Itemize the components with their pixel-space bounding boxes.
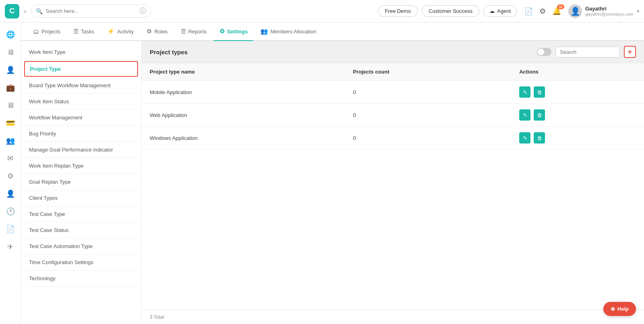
tab-label-activity: Activity [117, 29, 134, 35]
tab-members[interactable]: 👥Members Allocation [255, 23, 322, 41]
col-count: Projects count [345, 63, 511, 81]
panel-title: Project types [150, 49, 188, 55]
panel-footer: 3 Total [142, 310, 644, 324]
sidebar-icon-clock[interactable]: 🕐 [2, 203, 19, 219]
delete-button[interactable]: 🗑 [534, 109, 545, 121]
sidebar-item-board-type[interactable]: Board Type Workflow Management [21, 78, 141, 94]
cell-count: 0 [345, 127, 511, 150]
tab-projects[interactable]: 🗂Projects [27, 23, 66, 41]
table-header-row: Project type name Projects count Actions [142, 63, 644, 81]
tab-label-settings: Settings [227, 29, 248, 35]
sidebar-item-work-item-replan[interactable]: Work Item Replan Type [21, 158, 141, 174]
panel-search-input[interactable] [555, 47, 620, 57]
content-area: Work Item TypeProject TypeBoard Type Wor… [21, 41, 644, 324]
sidebar-icon-mail[interactable]: ✉ [2, 150, 19, 166]
agent-cloud-icon: ☁ [489, 8, 495, 14]
main-layout: 🌐🖥👤💼🖥💳👥✉⚙👤🕐📄✈ 🗂Projects☰Tasks⚡Activity⚙R… [0, 23, 644, 324]
avatar: 👤 [568, 4, 582, 18]
toggle-switch[interactable] [537, 48, 551, 56]
sidebar-item-manage-goal[interactable]: Manage Goal Performance indicator [21, 142, 141, 158]
user-menu[interactable]: 👤 Gayathri gayathri@snovasys.com ▾ [568, 4, 639, 18]
sidebar-item-bug-priority[interactable]: Bug Priority [21, 126, 141, 142]
tab-label-projects: Projects [41, 29, 60, 35]
tab-icon-members: 👥 [260, 28, 268, 35]
sidebar-item-work-item-status[interactable]: Work Item Status [21, 94, 141, 110]
sidebar-item-test-case-status[interactable]: Test Case Status [21, 222, 141, 238]
cell-actions: ✎ 🗑 [511, 81, 644, 104]
tab-activity[interactable]: ⚡Activity [101, 23, 139, 41]
search-icon: 🔍 [36, 8, 43, 14]
sidebar-icon-monitor[interactable]: 🖥 [2, 44, 19, 60]
sidebar-item-test-case-automation[interactable]: Test Case Automation Type [21, 238, 141, 254]
col-name: Project type name [142, 63, 345, 81]
action-buttons: ✎ 🗑 [519, 86, 636, 98]
search-input[interactable] [46, 8, 136, 14]
tab-label-members: Members Allocation [270, 29, 316, 35]
sidebar-item-workflow-management[interactable]: Workflow Management [21, 110, 141, 126]
app-logo: C [5, 4, 19, 18]
cell-count: 0 [345, 104, 511, 127]
sidebar-icon-settings2[interactable]: ⚙ [2, 168, 19, 184]
tab-settings[interactable]: ⚙Settings [214, 23, 253, 41]
sidebar-icon-person[interactable]: 👤 [2, 62, 19, 78]
total-count: 3 Total [150, 314, 164, 320]
sidebar-item-test-case-type[interactable]: Test Case Type [21, 206, 141, 222]
topbar-icons: 📄 ⚙ 🔔 31 [524, 7, 561, 16]
sidebar-item-client-types[interactable]: Client Types [21, 190, 141, 206]
add-button[interactable]: + [624, 46, 636, 58]
sidebar-icon-group[interactable]: 👥 [2, 133, 19, 149]
sidebar-icon-card[interactable]: 💳 [2, 115, 19, 131]
agent-label: Agent [497, 8, 511, 14]
col-actions: Actions [511, 63, 644, 81]
table-container: Project type name Projects count Actions… [142, 63, 644, 310]
help-button[interactable]: ⊕ Help [603, 302, 636, 316]
cell-name: Web Application [142, 104, 345, 127]
tab-icon-activity: ⚡ [107, 28, 115, 35]
sidebar-icon-briefcase[interactable]: 💼 [2, 80, 19, 96]
cell-actions: ✎ 🗑 [511, 104, 644, 127]
nav-tabs: 🗂Projects☰Tasks⚡Activity⚙Roles☰Reports⚙S… [21, 23, 644, 41]
edit-button[interactable]: ✎ [519, 132, 530, 144]
delete-button[interactable]: 🗑 [534, 86, 545, 98]
panel-header-right: + [537, 46, 636, 58]
tab-roles[interactable]: ⚙Roles [141, 23, 173, 41]
sidebar-item-technology[interactable]: Technology [21, 271, 141, 287]
edit-button[interactable]: ✎ [519, 109, 530, 121]
sidebar-icon-user2[interactable]: 👤 [2, 186, 19, 202]
delete-button[interactable]: 🗑 [534, 132, 545, 144]
logo-letter: C [10, 7, 15, 15]
cell-name: Windows Application [142, 127, 345, 150]
tab-tasks[interactable]: ☰Tasks [68, 23, 100, 41]
customer-success-button[interactable]: Customer Success [422, 5, 479, 17]
sidebar-icon-doc[interactable]: 📄 [2, 221, 19, 237]
tab-reports[interactable]: ☰Reports [175, 23, 213, 41]
sidebar-icon-send[interactable]: ✈ [2, 239, 19, 255]
sidebar-item-goal-replan[interactable]: Goal Replan Type [21, 174, 141, 190]
sidebar-item-project-type[interactable]: Project Type [24, 61, 138, 77]
expand-icon[interactable]: » [23, 8, 27, 14]
notification-icon[interactable]: 🔔 31 [552, 7, 561, 16]
topbar: C » 🔍 ⓘ Free Demo Customer Success ☁ Age… [0, 0, 644, 23]
tab-icon-settings: ⚙ [219, 28, 225, 35]
sidebar-item-time-config[interactable]: Time Configuration Settings [21, 254, 141, 271]
action-buttons: ✎ 🗑 [519, 132, 636, 144]
agent-button[interactable]: ☁ Agent [483, 5, 517, 17]
free-demo-button[interactable]: Free Demo [378, 5, 418, 17]
tab-icon-reports: ☰ [181, 28, 186, 35]
tab-icon-roles: ⚙ [147, 28, 152, 35]
tab-icon-projects: 🗂 [33, 28, 39, 35]
tab-label-reports: Reports [188, 29, 207, 35]
document-icon[interactable]: 📄 [524, 7, 533, 16]
settings-icon[interactable]: ⚙ [539, 7, 546, 16]
table-row: Mobile Application 0 ✎ 🗑 [142, 81, 644, 104]
project-types-table: Project type name Projects count Actions… [142, 63, 644, 150]
user-email: gayathri@snovasys.com [585, 12, 634, 16]
cell-actions: ✎ 🗑 [511, 127, 644, 150]
sidebar-icon-display[interactable]: 🖥 [2, 97, 19, 113]
action-buttons: ✎ 🗑 [519, 109, 636, 121]
help-icon: ⊕ [611, 306, 615, 312]
edit-button[interactable]: ✎ [519, 86, 530, 98]
sidebar-item-work-item-type[interactable]: Work Item Type [21, 44, 141, 60]
sidebar-icon-globe[interactable]: 🌐 [2, 27, 19, 43]
search-bar[interactable]: 🔍 ⓘ [31, 4, 151, 18]
